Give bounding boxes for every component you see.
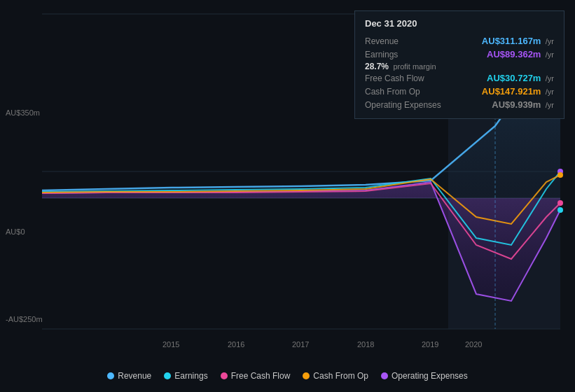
y-label-bot: -AU$250m bbox=[6, 315, 43, 323]
tooltip-value-earnings: AU$89.362m bbox=[487, 49, 541, 59]
tooltip-label-fcf: Free Cash Flow bbox=[365, 74, 449, 83]
tooltip-label-cashfromop: Cash From Op bbox=[365, 87, 449, 97]
legend-item-cashfromop[interactable]: Cash From Op bbox=[303, 371, 368, 381]
tooltip-profit-margin: 28.7% profit margin bbox=[365, 62, 554, 71]
legend-dot-earnings bbox=[164, 372, 171, 379]
tooltip-value-opex: AU$9.939m bbox=[492, 99, 541, 110]
legend-item-opex[interactable]: Operating Expenses bbox=[381, 371, 468, 381]
tooltip-value-fcf: AU$30.727m bbox=[487, 73, 541, 83]
tooltip-unit-fcf: /yr bbox=[546, 74, 554, 83]
tooltip-row-earnings: Earnings AU$89.362m /yr bbox=[365, 48, 554, 61]
tooltip-unit-earnings: /yr bbox=[546, 50, 554, 59]
legend-item-earnings[interactable]: Earnings bbox=[164, 371, 207, 381]
legend-dot-fcf bbox=[221, 372, 228, 379]
y-label-top: AU$350m bbox=[6, 108, 40, 117]
legend-label-opex: Operating Expenses bbox=[392, 371, 468, 381]
x-label-2017: 2017 bbox=[292, 340, 309, 349]
legend-dot-revenue bbox=[107, 372, 114, 379]
tooltip-unit-opex: /yr bbox=[546, 101, 554, 109]
tooltip-row-opex: Operating Expenses AU$9.939m /yr bbox=[365, 98, 554, 111]
legend-label-fcf: Free Cash Flow bbox=[231, 371, 291, 381]
tooltip-value-cashfromop: AU$147.921m bbox=[482, 86, 541, 97]
legend-label-revenue: Revenue bbox=[118, 371, 151, 381]
x-label-2019: 2019 bbox=[422, 340, 438, 349]
legend-label-earnings: Earnings bbox=[174, 371, 207, 381]
x-label-2020: 2020 bbox=[465, 340, 482, 349]
tooltip-date: Dec 31 2020 bbox=[365, 18, 554, 29]
x-label-2018: 2018 bbox=[357, 340, 374, 349]
y-label-mid: AU$0 bbox=[6, 227, 25, 236]
tooltip-unit-cashfromop: /yr bbox=[546, 88, 554, 96]
tooltip-box: Dec 31 2020 Revenue AU$311.167m /yr Earn… bbox=[354, 10, 564, 119]
tooltip-label-opex: Operating Expenses bbox=[365, 100, 449, 110]
legend-label-cashfromop: Cash From Op bbox=[313, 371, 368, 381]
legend: Revenue Earnings Free Cash Flow Cash Fro… bbox=[0, 371, 575, 381]
legend-item-revenue[interactable]: Revenue bbox=[107, 371, 151, 381]
tooltip-row-cashfromop: Cash From Op AU$147.921m /yr bbox=[365, 85, 554, 98]
x-label-2016: 2016 bbox=[228, 340, 244, 349]
tooltip-value-revenue: AU$311.167m bbox=[482, 36, 541, 46]
tooltip-label-earnings: Earnings bbox=[365, 50, 449, 59]
tooltip-row-fcf: Free Cash Flow AU$30.727m /yr bbox=[365, 71, 554, 85]
legend-dot-opex bbox=[381, 372, 388, 379]
tooltip-row-revenue: Revenue AU$311.167m /yr bbox=[365, 34, 554, 48]
svg-point-9 bbox=[557, 200, 563, 206]
tooltip-label-revenue: Revenue bbox=[365, 36, 449, 46]
svg-point-10 bbox=[557, 172, 563, 178]
x-label-2015: 2015 bbox=[162, 340, 179, 349]
legend-dot-cashfromop bbox=[303, 372, 310, 379]
tooltip-unit-revenue: /yr bbox=[546, 37, 554, 46]
svg-point-11 bbox=[557, 207, 563, 213]
legend-item-fcf[interactable]: Free Cash Flow bbox=[221, 371, 291, 381]
chart-container: AU$350m AU$0 -AU$250m 2015 2016 2017 201… bbox=[0, 0, 575, 392]
